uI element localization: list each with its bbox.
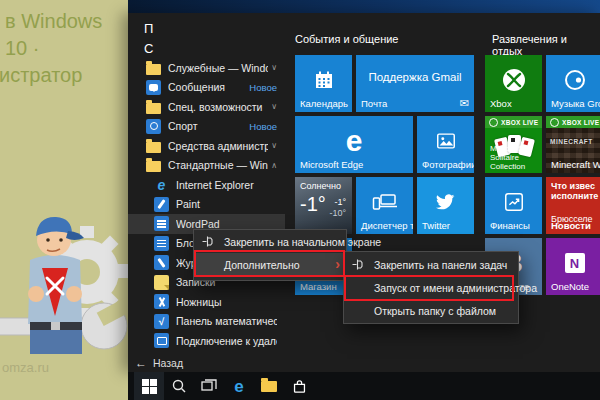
tile-group-title[interactable]: Развлечения и отдых [492,33,600,57]
tile-microsoft-edge[interactable]: e Microsoft Edge [295,116,413,173]
repairman-mascot-illustration [0,198,128,370]
repairman-figure [28,217,84,354]
desktop-wallpaper: в Windows 10 · истратор [0,0,128,400]
taskbar-edge-button[interactable]: e [224,372,254,400]
screen: в Windows 10 · истратор [0,0,600,400]
chevron-down-icon: ∨ [271,102,277,111]
finance-chart-icon [503,191,525,213]
app-list-item-system-windows[interactable]: Служебные — Windows ∨ [128,58,285,78]
tile-news[interactable]: Что извес исполните Брюсселе Новости [546,177,600,234]
tile-mail[interactable]: Поддержка Gmail Почта ✉ [356,55,474,112]
remote-desktop-icon [154,333,169,348]
taskbar-file-explorer-button[interactable] [254,372,284,400]
xbox-logo-icon [500,66,528,94]
xbox-live-icon [489,118,498,127]
app-list-item-math-input[interactable]: √ Панель математического ввода [128,312,285,332]
scissors-icon [154,294,169,309]
xbox-live-icon [550,118,559,127]
pin-icon [351,258,364,271]
menu-item-more[interactable]: Дополнительно › [194,253,346,276]
pin-icon [201,235,214,248]
menu-item-pin-to-start[interactable]: Закрепить на начальном экране [194,230,346,253]
new-badge: Новое [249,82,277,93]
calendar-icon [312,68,336,92]
journal-icon [154,255,169,270]
wordpad-icon [154,216,169,231]
desktop-background-strip [128,0,600,13]
chevron-down-icon: ∨ [271,63,277,72]
tile-photos[interactable]: Фотографии [417,116,474,173]
app-list-item-snipping-tool[interactable]: Ножницы [128,292,285,312]
folder-icon [146,138,161,153]
sticky-note-icon [154,275,169,290]
taskbar: e [128,372,600,400]
tile-minecraft[interactable]: XBOX LIVE MINECRAFT Minecraft W [546,116,600,173]
xbox-live-badge: XBOX LIVE [485,116,542,128]
new-badge: Новое [249,121,277,132]
taskbar-search-button[interactable] [164,372,194,400]
envelope-icon: ✉ [460,97,469,110]
chat-icon [146,80,161,95]
file-explorer-icon [261,381,277,392]
app-list-item-sport[interactable]: Спорт Новое [128,117,285,137]
twitter-bird-icon [433,191,459,213]
paint-icon [154,197,169,212]
tile-weather[interactable]: Солнечно -1° -1° -10° [295,177,352,234]
folder-icon [146,158,161,173]
app-list-letter[interactable]: П [128,19,285,39]
search-icon [171,378,187,394]
folder-icon [146,60,161,75]
devices-icon [371,192,399,212]
taskbar-store-button[interactable] [284,372,314,400]
submenu-arrow-icon: › [335,256,340,272]
tile-solitaire[interactable]: XBOX LIVE Microsoft Solitaire Collection [485,116,542,173]
task-view-icon [201,379,217,393]
tile-group-title[interactable]: События и общение [295,33,398,45]
app-list-letter[interactable]: С [128,39,285,59]
wallpaper-title: в Windows 10 · истратор [5,8,128,89]
chevron-up-icon: ∧ [271,161,277,170]
app-list-item-admin-tools[interactable]: Средства администрирован... ∨ [128,136,285,156]
notepad-icon [154,236,169,251]
start-app-list: П С Служебные — Windows ∨ Сообщения Ново… [128,19,285,351]
back-arrow-icon: ← [135,356,147,370]
sport-icon [146,119,161,134]
chevron-down-icon: ∨ [271,141,277,150]
menu-item-open-file-location[interactable]: Открыть папку с файлом [344,299,518,322]
context-menu: Закрепить на начальном экране Дополнител… [193,229,347,281]
groove-music-icon [562,67,588,93]
menu-item-run-as-administrator[interactable]: Запуск от имени администратора [344,276,518,299]
app-list-item-paint[interactable]: Paint [128,195,285,215]
internet-explorer-icon: e [154,177,169,192]
app-list-item-remote-desktop[interactable]: Подключение к удаленному р... [128,331,285,351]
context-submenu: Закрепить на панели задач Запуск от имен… [343,251,519,324]
edge-logo-icon: e [346,124,363,158]
folder-icon [146,99,161,114]
tile-xbox[interactable]: Xbox [485,55,542,112]
menu-item-pin-to-taskbar[interactable]: Закрепить на панели задач [344,253,518,276]
app-list-item-internet-explorer[interactable]: e Internet Explorer [128,175,285,195]
store-bag-icon [291,378,308,395]
app-list-item-messages[interactable]: Сообщения Новое [128,78,285,98]
photos-icon [435,130,457,152]
watermark-text: omza.ru [2,360,49,375]
tile-phone-companion[interactable]: Диспетчер те... [356,177,413,234]
wallpaper-title-line1: в Windows 10 · [5,8,128,62]
task-view-button[interactable] [194,372,224,400]
edge-icon: e [234,378,243,395]
math-input-icon: √ [154,314,169,329]
app-list-item-accessories-windows[interactable]: Стандартные — Windows ∧ [128,156,285,176]
app-list-item-accessibility[interactable]: Спец. возможности ∨ [128,97,285,117]
tile-twitter[interactable]: Twitter [417,177,474,234]
xbox-live-badge: XBOX LIVE [546,116,600,128]
tile-calendar[interactable]: Календарь [295,55,352,112]
onenote-icon: N [565,253,585,273]
back-button[interactable]: ← Назад [135,356,183,370]
wallpaper-title-line2: истратор [0,62,128,89]
tile-finance[interactable]: Финансы [485,177,542,234]
tile-groove-music[interactable]: Музыка Gro [546,55,600,112]
minecraft-logo: MINECRAFT [550,138,593,145]
start-button[interactable] [134,372,164,400]
tile-onenote[interactable]: N OneNote [546,238,600,295]
windows-logo-icon [142,379,157,394]
